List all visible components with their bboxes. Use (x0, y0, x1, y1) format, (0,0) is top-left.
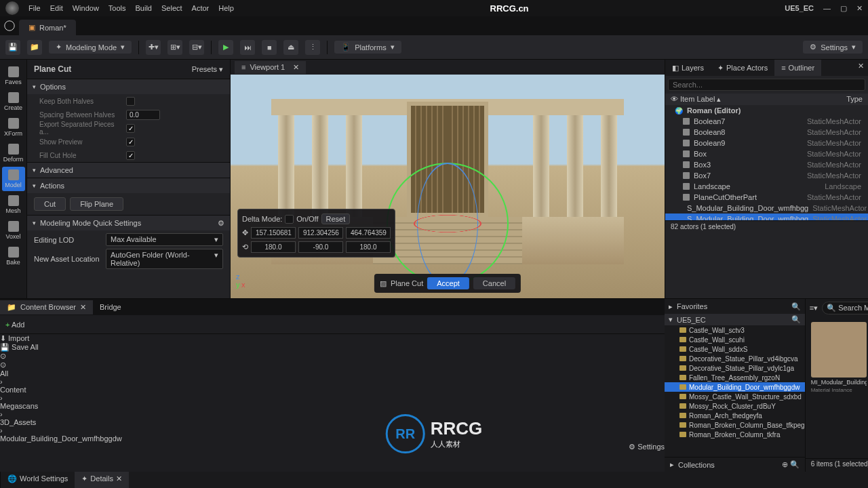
marketplace-icon[interactable]: ⊞▾ (167, 40, 182, 55)
play-button[interactable]: ▶ (218, 40, 233, 55)
gear-icon[interactable]: ⚙ (218, 219, 224, 228)
tab-world-settings[interactable]: 🌐 World Settings (1, 472, 75, 488)
folder-row[interactable]: Modular_Building_Door_wmfhbggdw (665, 382, 805, 392)
scene-render[interactable]: zy x (231, 75, 665, 298)
folder-row[interactable]: Roman_Broken_Column_Base_tfkpeg (665, 420, 805, 430)
folder-row[interactable]: Castle_Wall_scuhi (665, 335, 805, 344)
add-collection-icon[interactable]: ⊕ 🔍 (782, 460, 800, 469)
close-viewport-icon[interactable]: ✕ (293, 63, 299, 72)
cb-search-input[interactable]: 🔍 Search Modular_Building_Door_wmfhbggdw (822, 302, 868, 314)
crumb-content[interactable]: Content (0, 386, 665, 394)
folder-row[interactable]: Fallen_Tree_Assembly_rgzoN (665, 373, 805, 382)
tab-bridge[interactable]: Bridge (93, 300, 128, 314)
cb-import-button[interactable]: ⬇ Import (0, 334, 665, 343)
cut-button[interactable]: Cut (34, 197, 66, 211)
outliner-row[interactable]: S_Modular_Building_Door_wmfhbggStaticMes… (665, 214, 868, 220)
tab-layers[interactable]: ◧ Layers (665, 60, 711, 76)
play-options-icon[interactable]: ⋮ (305, 40, 320, 55)
menu-file[interactable]: File (28, 4, 41, 12)
tab-place-actors[interactable]: ✦ Place Actors (711, 60, 774, 76)
platforms-dropdown[interactable]: 📱 Platforms ▾ (334, 41, 401, 54)
cb-save-all-button[interactable]: 💾 Save All (0, 343, 665, 352)
cb-settings-button[interactable]: ⚙ Settings (629, 443, 665, 451)
settings-dropdown[interactable]: ⚙ Settings ▾ (803, 41, 863, 54)
crumb-3dassets[interactable]: 3D_Assets (0, 418, 665, 426)
crumb-folder[interactable]: Modular_Building_Door_wmfhbggdw (0, 434, 665, 443)
delta-reset-button[interactable]: Reset (321, 214, 351, 224)
outliner-world[interactable]: 🌍 Roman (Editor) (665, 105, 868, 116)
close-icon[interactable]: ✕ (856, 4, 863, 13)
keep-both-checkbox[interactable] (126, 97, 135, 106)
folder-row[interactable]: Mossy_Rock_Cluster_rdBuY (665, 401, 805, 411)
cat-model[interactable]: Model (2, 167, 25, 191)
folder-row[interactable]: Castle_Wall_sddxS (665, 344, 805, 354)
cat-deform[interactable]: Deform (2, 141, 25, 165)
cat-xform[interactable]: XForm (2, 115, 25, 140)
outliner-row[interactable]: BoxStaticMeshActor (665, 148, 868, 159)
folder-row[interactable]: Roman_Arch_thedgeyfa (665, 411, 805, 420)
section-advanced[interactable]: Advanced (27, 163, 230, 178)
flip-plane-button[interactable]: Flip Plane (70, 197, 123, 211)
cat-create[interactable]: Create (2, 89, 25, 114)
section-options[interactable]: Options (27, 79, 230, 94)
save-icon[interactable]: 💾 (5, 40, 20, 55)
outliner-search[interactable]: Search... (668, 79, 865, 91)
tab-outliner[interactable]: ≡ Outliner (774, 60, 821, 76)
nav-back-icon[interactable]: ⊙ (0, 352, 665, 361)
spacing-input[interactable]: 0.0 (126, 110, 160, 120)
delta-rx[interactable]: 180.0 (251, 241, 296, 253)
nav-fwd-icon[interactable]: ⊙ (0, 361, 665, 369)
folder-row[interactable]: Decorative_Statue_Pillar_vdylc1ga (665, 363, 805, 373)
section-quick-settings[interactable]: Modeling Mode Quick Settings⚙ (27, 216, 230, 230)
delta-ty[interactable]: 912.304256 (298, 227, 343, 239)
browse-icon[interactable]: 📁 (27, 40, 42, 55)
skip-icon[interactable]: ⏭ (240, 40, 255, 55)
menu-build[interactable]: Build (136, 4, 152, 12)
accept-button[interactable]: Accept (427, 277, 469, 289)
folder-row[interactable]: Decorative_Statue_Pillar_vd4ibgcva (665, 354, 805, 363)
add-content-icon[interactable]: ✚▾ (146, 40, 161, 55)
export-sep-checkbox[interactable] (126, 124, 135, 133)
outliner-list[interactable]: 🌍 Roman (Editor) Boolean7StaticMeshActor… (665, 105, 868, 220)
crumb-megascans[interactable]: Megascans (0, 402, 665, 410)
folder-row[interactable]: Roman_Broken_Column_tkfra (665, 430, 805, 439)
delta-tz[interactable]: 464.764359 (346, 227, 391, 239)
show-preview-checkbox[interactable] (126, 138, 135, 146)
close-tab-icon[interactable]: ✕ (854, 60, 868, 76)
collections-header[interactable]: ▸ Collections⊕ 🔍 (665, 457, 805, 472)
favorites-header[interactable]: ▸ Favorites🔍 (665, 299, 805, 314)
menu-help[interactable]: Help (218, 4, 234, 12)
outliner-row[interactable]: Boolean9StaticMeshActor (665, 138, 868, 148)
cat-mesh[interactable]: Mesh (2, 192, 25, 217)
outliner-row[interactable]: Box3StaticMeshActor (665, 159, 868, 170)
outliner-row[interactable]: Boolean7StaticMeshActor (665, 116, 868, 127)
asset-thumbnail[interactable]: MI_Modular_Building_Door_wmfhbggdw_4KMat… (811, 322, 867, 393)
cat-faves[interactable]: Faves (2, 64, 25, 88)
outliner-row[interactable]: Box7StaticMeshActor (665, 170, 868, 181)
minimize-icon[interactable]: — (823, 4, 831, 13)
delta-ry[interactable]: -90.0 (298, 241, 343, 253)
viewport[interactable]: ≡ Viewport 1✕ ≡ ⬚ Perspective ● Lit Show… (231, 60, 665, 298)
menu-window[interactable]: Window (73, 4, 99, 12)
menu-select[interactable]: Select (161, 4, 182, 12)
tab-details[interactable]: ✦ Details ✕ (75, 472, 129, 488)
search-fav-icon[interactable]: 🔍 (791, 302, 801, 311)
viewport-tab[interactable]: ≡ Viewport 1✕ (235, 61, 306, 74)
cb-add-button[interactable]: + Add (5, 321, 24, 329)
close-cb-icon[interactable]: ✕ (80, 303, 86, 312)
presets-dropdown[interactable]: Presets ▾ (192, 65, 223, 74)
level-tab-roman[interactable]: ▣Roman* (19, 20, 76, 35)
delta-tx[interactable]: 157.150681 (251, 227, 296, 239)
maximize-icon[interactable]: ▢ (840, 4, 847, 13)
filter-icon[interactable]: ≡▾ (810, 304, 818, 312)
outliner-row[interactable]: S_Modular_Building_Door_wmfhbggStaticMes… (665, 203, 868, 214)
mode-dropdown[interactable]: ✦ Modeling Mode ▾ (49, 41, 132, 54)
project-header[interactable]: ▾ UE5_EC🔍 (665, 314, 805, 325)
delta-toggle[interactable] (285, 215, 294, 224)
folder-row[interactable]: Mossy_Castle_Wall_Structure_sdxbd (665, 392, 805, 401)
outliner-row[interactable]: LandscapeLandscape (665, 181, 868, 192)
fill-cut-checkbox[interactable] (126, 151, 135, 160)
outliner-row[interactable]: PlaneCutOtherPartStaticMeshActor (665, 192, 868, 203)
cat-bake[interactable]: Bake (2, 244, 25, 268)
new-asset-loc-dropdown[interactable]: AutoGen Folder (World-Relative)▾ (106, 249, 223, 269)
